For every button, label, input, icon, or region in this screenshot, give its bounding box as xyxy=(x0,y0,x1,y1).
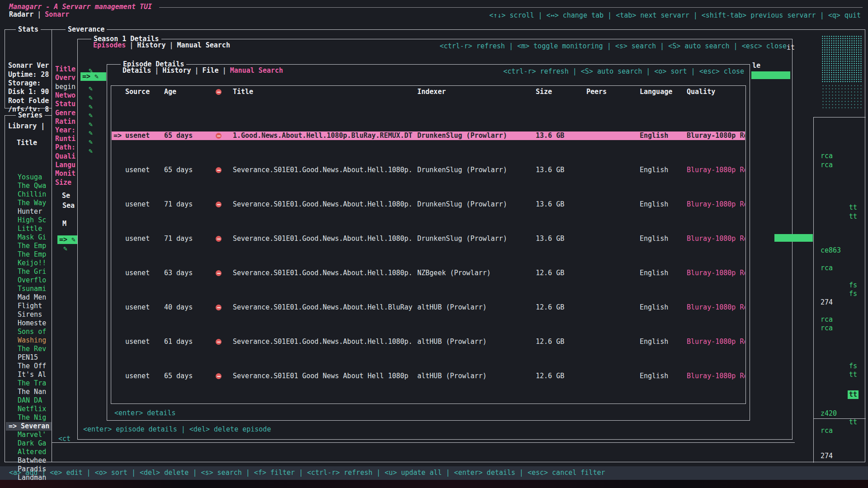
rejected-icon xyxy=(216,270,222,276)
rejected-icon xyxy=(216,339,222,345)
release-table-header: Source Age Title Indexer Size Peers Lang… xyxy=(112,88,745,96)
episode-details-tab[interactable]: Manual Search xyxy=(230,66,283,75)
episode-details-tab[interactable]: History xyxy=(162,66,191,75)
cell-size: 13.6 GB xyxy=(536,166,586,174)
series-detail-title: Severance xyxy=(66,25,107,34)
cell-quality: Bluray-1080p Re xyxy=(687,131,745,140)
tab-separator: | xyxy=(194,66,198,75)
tab-separator: | xyxy=(170,41,174,50)
global-keybind-help: <↑↓> scroll | <↔> change tab | <tab> nex… xyxy=(489,11,861,20)
cell-source: usenet xyxy=(123,200,164,209)
cell-title: Severance.S01E01.Good.News.About.Hell.10… xyxy=(233,269,417,277)
col-rejected xyxy=(209,89,233,95)
managarr-screen: Managarr - A Servarr management TUI Rada… xyxy=(0,0,868,488)
series-detail-field-label: Langu xyxy=(55,161,75,169)
cell-language: English xyxy=(640,166,687,174)
cell-quality: Bluray-1080p Re xyxy=(687,303,745,312)
stats-panel-title: Stats xyxy=(16,25,41,34)
cell-language: English xyxy=(640,131,687,140)
tab-separator: | xyxy=(129,41,133,50)
top-border-line xyxy=(159,7,863,8)
stats-line: Sonarr Ver xyxy=(8,61,49,70)
series-detail-field-label: Runti xyxy=(55,135,75,143)
stats-line: Disk 1: 90 xyxy=(8,88,49,96)
cell-indexer: altHUB (Prowlarr) xyxy=(417,338,536,346)
cell-indexer: DrunkenSlug (Prowlarr) xyxy=(417,235,536,243)
series-detail-field-label: Genre xyxy=(55,109,75,117)
cell-language: English xyxy=(640,372,687,380)
release-row[interactable]: usenet 63 days Severance.S01E01.Good.New… xyxy=(112,269,745,277)
col-peers: Peers xyxy=(586,88,640,96)
cell-size: 13.6 GB xyxy=(536,131,586,140)
cell-source: usenet xyxy=(123,372,164,380)
episode-details-tab[interactable]: Details xyxy=(123,66,151,75)
series-detail-field-label: begin xyxy=(55,83,75,91)
cell-age: 61 days xyxy=(164,338,209,346)
cell-size: 13.6 GB xyxy=(536,200,586,209)
cell-size: 12.6 GB xyxy=(536,269,586,277)
cell-rejected xyxy=(209,305,233,310)
cell-title: Severance.S01E01.Good.News.About.Hell.10… xyxy=(233,166,417,174)
series-detail-field-label: Ratin xyxy=(55,117,75,126)
col-indexer: Indexer xyxy=(417,88,536,96)
episode-details-tab[interactable]: File xyxy=(203,66,219,75)
cell-quality: Bluray-1080p Re xyxy=(687,372,745,380)
series-detail-field-label: Overv xyxy=(55,74,75,82)
servarr-tab[interactable]: Sonarr xyxy=(45,10,69,19)
series-panel-title: Series xyxy=(16,111,45,120)
stats-line: Storage: xyxy=(8,79,49,88)
cell-title: Severance.S01E01.Good.News.About.Hell.10… xyxy=(233,235,417,243)
cell-title: Severance.S01E01 Good News About Hell 10… xyxy=(233,372,417,380)
season-details-help: <ctrl-r> refresh | <m> toggle monitoring… xyxy=(439,42,787,51)
cell-age: 63 days xyxy=(164,269,209,277)
series-list-item[interactable]: Paradis xyxy=(6,465,134,474)
stats-lines: Sonarr VerUptime: 28Storage:Disk 1: 90Ro… xyxy=(8,35,49,114)
cell-age: 65 days xyxy=(164,372,209,380)
tab-separator: | xyxy=(37,10,41,19)
season-details-tabs: Episodes| History| Manual Search| xyxy=(93,41,230,50)
servarr-tab[interactable]: Radarr xyxy=(9,10,33,19)
rejected-icon xyxy=(216,202,222,207)
cell-language: English xyxy=(640,235,687,243)
season-details-tab[interactable]: Episodes xyxy=(93,41,126,50)
inner-divider-line xyxy=(52,442,795,443)
cell-indexer: DrunkenSlug (Prowlarr) xyxy=(417,166,536,174)
col-title: Title xyxy=(233,88,417,96)
rejected-icon xyxy=(216,373,222,379)
series-detail-field-label: Title xyxy=(55,65,75,74)
season-details-bottom-help: <enter> episode details | <del> delete e… xyxy=(83,425,271,434)
season-details-tab[interactable]: History xyxy=(137,41,165,50)
selection-arrow: => xyxy=(112,131,123,140)
cell-rejected xyxy=(209,167,233,173)
release-row[interactable]: usenet 65 days Severance.S01E01.Good.New… xyxy=(112,166,745,174)
release-row[interactable]: usenet 71 days Severance.S01E01.Good.New… xyxy=(112,200,745,209)
rejected-icon xyxy=(216,89,222,95)
cell-language: English xyxy=(640,338,687,346)
cell-rejected xyxy=(209,270,233,276)
tab-separator: | xyxy=(155,66,159,75)
release-row[interactable]: usenet 65 days Severance.S01E01 Good New… xyxy=(112,372,745,380)
cell-source: usenet xyxy=(123,303,164,312)
episode-details-bottom-help: <enter> details xyxy=(114,409,175,418)
cell-source: usenet xyxy=(123,131,164,140)
cell-rejected xyxy=(209,133,233,139)
cell-indexer: altHUB (Prowlarr) xyxy=(417,372,536,380)
cell-language: English xyxy=(640,200,687,209)
cell-quality: Bluray-1080p Re xyxy=(687,235,745,243)
library-tab[interactable]: Library | xyxy=(8,122,45,131)
release-row[interactable]: usenet 40 days Severance.S01E01.Good.New… xyxy=(112,303,745,312)
col-source: Source xyxy=(123,88,164,96)
cell-rejected xyxy=(209,373,233,379)
release-row[interactable]: usenet 61 days Severance.S01E01.Good.New… xyxy=(112,338,745,346)
series-list-item[interactable]: Landman xyxy=(6,474,134,482)
cell-indexer: DrunkenSlug (Prowlarr) xyxy=(417,131,536,140)
cell-age: 65 days xyxy=(164,131,209,140)
cell-age: 71 days xyxy=(164,200,209,209)
release-row[interactable]: => usenet 65 days 1.Good.News.About.Hell… xyxy=(112,131,745,140)
cell-source: usenet xyxy=(123,235,164,243)
season-details-tab[interactable]: Manual Search xyxy=(177,41,230,50)
rejected-icon xyxy=(216,236,222,242)
col-language: Language xyxy=(640,88,687,96)
episode-details-help: <ctrl-r> refresh | <S> auto search | <o>… xyxy=(503,67,744,76)
release-row[interactable]: usenet 71 days Severance.S01E01.Good.New… xyxy=(112,235,745,243)
